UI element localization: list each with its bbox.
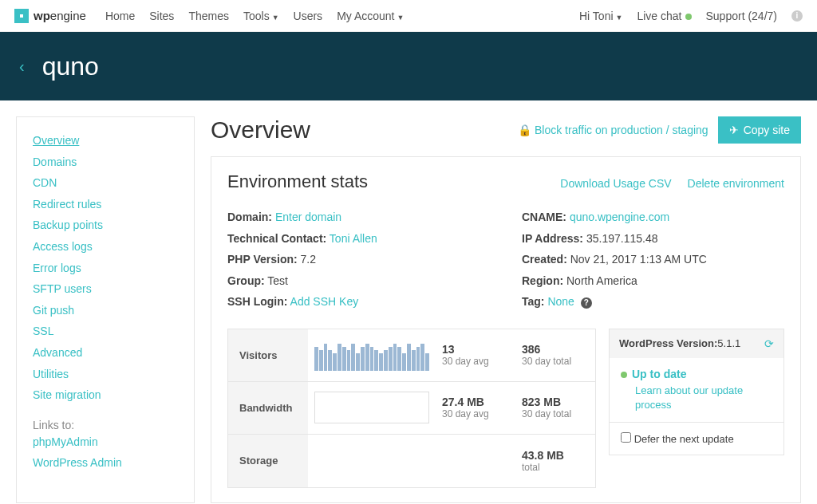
sidebar-item-site-migration[interactable]: Site migration [33, 384, 178, 406]
storage-label: Storage [228, 435, 308, 487]
visitors-label: Visitors [228, 329, 308, 381]
top-nav: Home Sites Themes Tools▼ Users My Accoun… [105, 10, 579, 22]
nav-home[interactable]: Home [105, 10, 135, 22]
visitors-total: 386 [522, 343, 589, 356]
bandwidth-total: 823 MB [522, 396, 589, 408]
sidebar-item-overview[interactable]: Overview [33, 130, 178, 152]
defer-update-checkbox[interactable]: Defer the next update [621, 433, 734, 445]
visitors-avg: 13 [442, 343, 509, 356]
wordpress-card: WordPress Version: 5.1.1 ⟳ Up to date Le… [609, 329, 784, 455]
chevron-down-icon: ▼ [397, 14, 405, 22]
lock-icon: 🔒 [518, 124, 531, 136]
visitors-chart [308, 329, 436, 381]
sidebar: Overview Domains CDN Redirect rules Back… [16, 116, 195, 503]
nav-sites[interactable]: Sites [149, 10, 174, 22]
sidebar-item-advanced[interactable]: Advanced [33, 342, 178, 364]
info-icon[interactable]: i [791, 10, 803, 22]
tag-label: Tag: [522, 295, 545, 308]
bandwidth-label: Bandwidth [228, 382, 308, 434]
user-greeting[interactable]: Hi Toni▼ [579, 10, 622, 22]
ip-label: IP Address: [522, 232, 583, 245]
support-link[interactable]: Support (24/7) [706, 10, 778, 22]
created-label: Created: [522, 253, 567, 266]
sidebar-item-cdn[interactable]: CDN [33, 172, 178, 194]
learn-update-link[interactable]: Learn about our update process [635, 384, 772, 412]
nav-themes[interactable]: Themes [188, 10, 229, 22]
sidebar-item-domains[interactable]: Domains [33, 152, 178, 173]
region-value: North America [566, 274, 637, 287]
sidebar-link-phpmyadmin[interactable]: phpMyAdmin [33, 431, 178, 453]
logo-text: wpengine [34, 9, 86, 22]
group-label: Group: [227, 274, 265, 287]
contact-value[interactable]: Toni Allen [330, 232, 377, 245]
top-right: Hi Toni▼ Live chat Support (24/7) i [579, 10, 803, 22]
sidebar-item-backup-points[interactable]: Backup points [33, 215, 178, 236]
wp-version: 5.1.1 [717, 337, 740, 349]
env-stats-panel: Environment stats Download Usage CSV Del… [211, 156, 801, 503]
page-subheader: ‹ quno [0, 32, 817, 100]
bandwidth-total-sub: 30 day total [522, 408, 589, 419]
delete-environment-link[interactable]: Delete environment [688, 177, 784, 190]
domain-label: Domain: [227, 211, 272, 223]
bandwidth-avg: 27.4 MB [442, 396, 509, 408]
back-icon[interactable]: ‹ [19, 57, 25, 76]
refresh-icon[interactable]: ⟳ [764, 337, 774, 350]
defer-checkbox-input[interactable] [621, 432, 631, 443]
ip-value: 35.197.115.48 [586, 232, 658, 245]
sidebar-item-ssl[interactable]: SSL [33, 321, 178, 342]
storage-total: 43.8 MB [522, 449, 589, 462]
paper-plane-icon: ✈ [729, 124, 739, 136]
sidebar-item-access-logs[interactable]: Access logs [33, 236, 178, 258]
bandwidth-avg-sub: 30 day avg [442, 408, 509, 419]
bandwidth-chart [308, 382, 436, 434]
tag-value[interactable]: None [547, 295, 574, 308]
chevron-down-icon: ▼ [616, 14, 623, 22]
sidebar-links-to-label: Links to: [33, 419, 178, 431]
topbar: wpengine Home Sites Themes Tools▼ Users … [0, 0, 817, 32]
help-icon[interactable]: ? [581, 297, 592, 309]
storage-chart [308, 435, 436, 487]
nav-account[interactable]: My Account▼ [337, 10, 404, 22]
site-name: quno [42, 52, 99, 81]
sidebar-item-error-logs[interactable]: Error logs [33, 258, 178, 279]
cname-label: CNAME: [522, 211, 566, 223]
storage-total-sub: total [522, 462, 589, 473]
sidebar-item-git-push[interactable]: Git push [33, 300, 178, 321]
sidebar-item-redirect-rules[interactable]: Redirect rules [33, 194, 178, 215]
nav-tools[interactable]: Tools▼ [243, 10, 279, 22]
chevron-down-icon: ▼ [272, 14, 279, 22]
visitors-total-sub: 30 day total [522, 356, 589, 367]
php-label: PHP Version: [227, 253, 298, 266]
download-csv-link[interactable]: Download Usage CSV [560, 177, 671, 190]
php-value: 7.2 [301, 253, 316, 266]
live-chat[interactable]: Live chat [637, 10, 691, 22]
group-value: Test [267, 274, 288, 287]
contact-label: Technical Contact: [227, 232, 326, 245]
sidebar-link-wpadmin[interactable]: WordPress Admin [33, 452, 178, 474]
status-up-icon [621, 372, 627, 378]
sidebar-item-sftp-users[interactable]: SFTP users [33, 278, 178, 300]
status-online-icon [685, 14, 692, 20]
sidebar-item-utilities[interactable]: Utilities [33, 364, 178, 385]
page-title: Overview [211, 116, 518, 144]
stats-table: Visitors 1330 day avg 38630 day total Ba… [227, 329, 596, 488]
block-traffic-link[interactable]: 🔒Block traffic on production / staging [518, 124, 708, 136]
main-content: Overview 🔒Block traffic on production / … [211, 116, 801, 503]
created-value: Nov 21, 2017 1:13 AM UTC [570, 253, 707, 266]
visitors-avg-sub: 30 day avg [442, 356, 509, 367]
wpengine-logo-icon [14, 9, 29, 23]
wp-version-label: WordPress Version: [619, 337, 717, 349]
logo[interactable]: wpengine [14, 9, 86, 23]
panel-title: Environment stats [227, 171, 560, 192]
ssh-label: SSH Login: [227, 295, 287, 308]
domain-value[interactable]: Enter domain [275, 211, 341, 223]
copy-site-button[interactable]: ✈Copy site [718, 116, 801, 144]
region-label: Region: [522, 274, 563, 287]
wp-status: Up to date [632, 368, 686, 380]
cname-value[interactable]: quno.wpengine.com [570, 211, 669, 223]
nav-users[interactable]: Users [294, 10, 323, 22]
ssh-value[interactable]: Add SSH Key [290, 295, 359, 308]
